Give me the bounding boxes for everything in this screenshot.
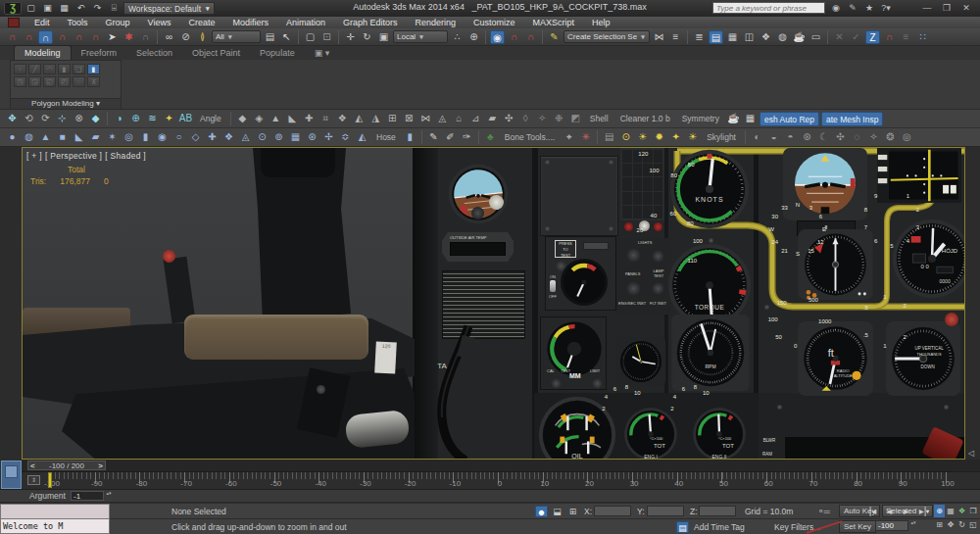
mesh-inspect-button[interactable]: ate Mesh Insp: [821, 112, 883, 126]
menu-views[interactable]: Views: [139, 17, 180, 28]
poly-tool-2[interactable]: ◈: [252, 112, 267, 125]
cam-tool-3[interactable]: ◓: [783, 130, 798, 144]
poly-tool-3[interactable]: ▲: [269, 112, 283, 125]
prim-torus[interactable]: ◎: [122, 130, 136, 144]
poly-tool-18[interactable]: ◊: [518, 112, 533, 125]
prim-grid[interactable]: ▦: [288, 130, 303, 144]
prim-wedge[interactable]: ◣: [72, 130, 86, 144]
prev-frame-button[interactable]: ◂: [882, 505, 897, 518]
snap-toggle-1[interactable]: ∩: [5, 30, 20, 44]
poly-edge-button[interactable]: ╱: [28, 64, 41, 74]
tab-object-paint[interactable]: Object Paint: [182, 46, 250, 60]
rect-select-region[interactable]: ▢: [303, 30, 318, 44]
bind-to-space-warp[interactable]: ≬: [195, 30, 210, 44]
mirror[interactable]: ⋈: [652, 30, 666, 44]
poly-face-button[interactable]: ▮: [58, 64, 71, 74]
maxscript-mini-listener-pink[interactable]: [0, 504, 110, 519]
percent-snap-toggle[interactable]: ∩: [523, 30, 538, 44]
maximize-button[interactable]: ❐: [939, 2, 955, 14]
z-script-button[interactable]: Z: [865, 30, 880, 44]
add-time-tag[interactable]: Add Time Tag: [694, 522, 745, 532]
paint-3[interactable]: ✑: [460, 130, 474, 144]
hose-button[interactable]: Hose: [371, 130, 401, 144]
constraint-3[interactable]: ⟳: [38, 112, 53, 125]
graphite-modeling-toggle[interactable]: ▦: [725, 30, 740, 44]
cam-tool-6[interactable]: ✣: [833, 130, 848, 144]
paint-deform-push[interactable]: ◑: [112, 112, 126, 125]
weld-tool[interactable]: ⊗: [72, 112, 86, 125]
checker-icon[interactable]: ▦: [743, 112, 758, 125]
redo-icon[interactable]: ↷: [90, 2, 105, 15]
snap-toggle-4[interactable]: ∩: [55, 30, 70, 44]
tab-selection[interactable]: Selection: [126, 46, 182, 60]
current-frame-marker[interactable]: [48, 472, 52, 488]
snap-toggle-3[interactable]: ∩: [38, 30, 53, 44]
prim-tube[interactable]: ⊚: [271, 130, 286, 144]
viewport-menu-pov[interactable]: [ Perspective ]: [45, 151, 102, 161]
skylight-button[interactable]: Skylight: [702, 130, 741, 144]
field-of-view-button[interactable]: ⊞: [934, 518, 945, 531]
snap-extra[interactable]: ∩: [882, 30, 897, 44]
prim-hose[interactable]: ▮: [403, 130, 417, 144]
poly-tool-6[interactable]: ⌗: [318, 112, 333, 125]
wave-tool[interactable]: ≋: [145, 112, 160, 125]
tool-disabled-1[interactable]: ✕: [832, 30, 847, 44]
maxscript-mini-listener-white[interactable]: Welcome to M: [0, 519, 110, 534]
angle-button[interactable]: Angle: [195, 112, 226, 125]
isolate-selection-icon[interactable]: ☻: [535, 506, 548, 517]
poly-mode-4[interactable]: ◰: [58, 76, 71, 87]
play-button[interactable]: ▸: [899, 505, 913, 518]
prim-sphere[interactable]: ●: [5, 130, 20, 144]
new-scene-icon[interactable]: ▢: [24, 2, 38, 15]
poly-tool-13[interactable]: ◬: [435, 112, 450, 125]
zoom-region-button[interactable]: ❒: [968, 505, 979, 517]
prim-pyramid[interactable]: ◬: [238, 130, 253, 144]
poly-tool-11[interactable]: ⊠: [402, 112, 416, 125]
poly-vertex-button[interactable]: ◦: [14, 64, 26, 74]
selection-filter[interactable]: All▾: [212, 30, 261, 43]
argument-spinner[interactable]: ▴▾: [105, 491, 113, 501]
tab-populate[interactable]: Populate: [250, 46, 305, 60]
viewport-resize-handle[interactable]: ◁: [968, 449, 974, 458]
light-direct[interactable]: ✹: [652, 130, 666, 144]
cam-tool-2[interactable]: ◒: [766, 130, 781, 144]
scene-explorer[interactable]: ▤: [709, 30, 723, 44]
bone-chain[interactable]: ✳: [578, 130, 593, 144]
constraint-1[interactable]: ✥: [5, 112, 20, 125]
reference-coordinate-system[interactable]: Local▾: [393, 30, 448, 43]
next-frame-button[interactable]: ▸|: [915, 505, 930, 518]
cam-tool-1[interactable]: ◐: [750, 130, 764, 144]
particle-view[interactable]: ∷: [915, 30, 930, 44]
time-slider-handle[interactable]: < -100 / 200 >: [27, 461, 106, 470]
tool-disabled-2[interactable]: ✓: [849, 30, 863, 44]
snap-toggle-6[interactable]: ∩: [88, 30, 103, 44]
angle-snap-toggle[interactable]: ∩: [507, 30, 521, 44]
select-and-move[interactable]: ✛: [343, 30, 358, 44]
light-spot[interactable]: ☀: [635, 130, 650, 144]
drop-to-surface[interactable]: ✦: [162, 112, 176, 125]
set-key-button[interactable]: Set Key: [839, 520, 876, 533]
prim-cone[interactable]: ▲: [38, 130, 53, 144]
viewport-perspective[interactable]: 120 TA: [22, 147, 965, 460]
poly-tool-1[interactable]: ◆: [235, 112, 250, 125]
poly-tool-8[interactable]: ◭: [352, 112, 367, 125]
viewport-menu-general[interactable]: [ + ]: [26, 151, 42, 161]
minimize-button[interactable]: —: [919, 2, 935, 14]
symmetry-button[interactable]: Symmetry: [677, 112, 724, 125]
menu-maxscript[interactable]: MAXScript: [524, 17, 584, 28]
track-bar[interactable]: -100-90-80-70-60-50-40-30-20-10010203040…: [0, 472, 980, 490]
menu-rendering[interactable]: Rendering: [407, 17, 466, 28]
close-button[interactable]: ✕: [958, 2, 974, 14]
workspace-selector[interactable]: Workspace: Default▾: [123, 2, 215, 15]
snap-toggle-3d[interactable]: ◉: [490, 30, 505, 44]
prim-prism[interactable]: ◭: [355, 130, 369, 144]
axis-tool[interactable]: ⊹: [55, 112, 70, 125]
pan-button[interactable]: ✥: [946, 518, 956, 531]
prim-capsule[interactable]: ◉: [155, 130, 170, 144]
search-input[interactable]: [712, 2, 825, 14]
poly-tool-17[interactable]: ✣: [502, 112, 516, 125]
prim-star[interactable]: ✶: [105, 130, 120, 144]
tool-disabled-3[interactable]: ≡: [899, 30, 913, 44]
cam-tool-7[interactable]: ◌: [850, 130, 864, 144]
prim-oiltank[interactable]: ⊙: [255, 130, 270, 144]
